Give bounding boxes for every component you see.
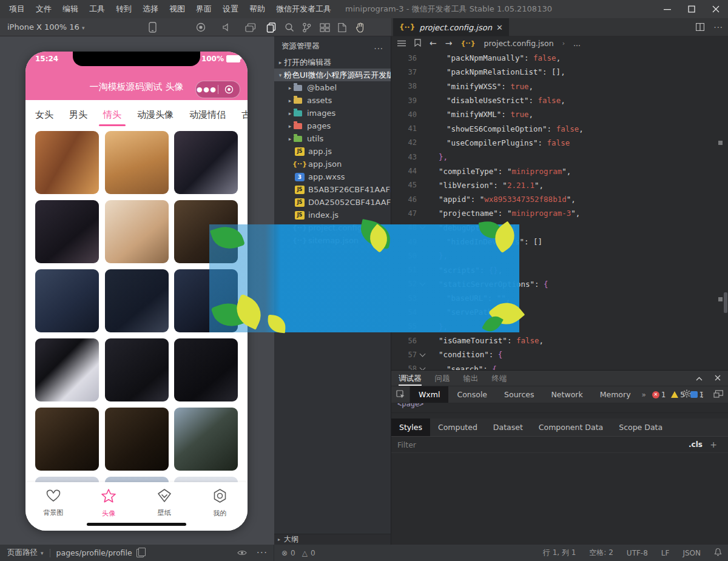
debugger-tab-2[interactable]: 输出 [463, 371, 479, 386]
menu-7[interactable]: 界面 [190, 0, 217, 18]
inspector-tab-styles[interactable]: Styles [391, 418, 430, 436]
category-tab-5[interactable]: 古 [241, 109, 248, 121]
avatar-image[interactable] [105, 200, 169, 263]
tree-folder-babel[interactable]: ▸@babel [274, 81, 391, 94]
code-line-47[interactable]: 47"projectname": "miniprogram-3", [391, 206, 728, 220]
code-line-38[interactable]: 38"minifyWXSS": true, [391, 79, 728, 93]
avatar-image[interactable] [35, 131, 99, 194]
scrollbar-thumb[interactable] [724, 292, 727, 313]
inspect-element-icon[interactable] [391, 386, 410, 403]
menu-2[interactable]: 编辑 [57, 0, 84, 18]
code-line-44[interactable]: 44"compileType": "miniprogram", [391, 164, 728, 178]
category-tab-4[interactable]: 动漫情侣 [189, 109, 226, 121]
inspector-tab-computed[interactable]: Computed [430, 418, 485, 436]
more-actions-icon[interactable]: ··· [714, 23, 723, 32]
avatar-image[interactable] [105, 131, 169, 194]
avatar-image[interactable] [35, 477, 99, 482]
phone-mode-icon[interactable] [146, 21, 159, 34]
search-icon[interactable] [283, 21, 296, 34]
cursor-position[interactable]: 行 1, 列 1 [543, 548, 576, 558]
avatar-image[interactable] [35, 200, 99, 263]
category-tab-2[interactable]: 情头 [103, 109, 121, 121]
promo-overlay[interactable] [209, 224, 519, 332]
page-path-value[interactable]: pages/profile/profile [56, 548, 132, 557]
avatar-image[interactable] [35, 269, 99, 332]
file-explorer-icon[interactable] [265, 21, 278, 34]
fold-chevron-icon[interactable] [417, 364, 429, 370]
indentation[interactable]: 空格: 2 [589, 548, 613, 558]
kebab-menu-icon[interactable]: ⋮ [698, 390, 706, 399]
copy-path-icon[interactable] [136, 549, 144, 557]
debugger-tab-3[interactable]: 终端 [492, 371, 507, 386]
git-branch-icon[interactable] [300, 21, 313, 34]
category-tab-1[interactable]: 男头 [69, 109, 87, 121]
nav-item-1[interactable]: 头像 [87, 488, 130, 518]
close-panel-icon[interactable] [715, 374, 721, 383]
devtools-tab-memory[interactable]: Memory [592, 386, 639, 403]
avatar-image[interactable] [105, 269, 169, 332]
capsule-menu[interactable]: ●●● [195, 81, 240, 98]
menu-4[interactable]: 转到 [110, 0, 137, 18]
problems-summary[interactable]: ⊗0 △0 [281, 549, 315, 557]
forward-icon[interactable]: → [445, 38, 453, 48]
code-line-37[interactable]: 37"packNpmRelationList": [], [391, 65, 728, 79]
page-path-label[interactable]: 页面路径 [7, 548, 38, 558]
eye-icon[interactable] [237, 547, 247, 559]
nav-item-2[interactable]: 壁纸 [143, 488, 186, 517]
avatar-image[interactable] [35, 408, 99, 471]
devtools-tab-console[interactable]: Console [448, 386, 496, 403]
avatar-image[interactable] [174, 477, 238, 482]
close-miniprogram-icon[interactable] [218, 85, 240, 94]
menu-6[interactable]: 视图 [164, 0, 190, 18]
code-line-45[interactable]: 45"libVersion": "2.21.1", [391, 178, 728, 192]
category-tab-3[interactable]: 动漫头像 [137, 109, 174, 121]
avatar-image[interactable] [174, 131, 238, 194]
inspector-tab-dataset[interactable]: Dataset [485, 418, 531, 436]
avatar-image[interactable] [35, 338, 99, 401]
language-mode[interactable]: JSON [682, 549, 701, 557]
layout-icon[interactable] [318, 21, 331, 34]
more-actions-icon[interactable]: ··· [257, 547, 268, 559]
devtools-tab-wxml[interactable]: Wxml [410, 386, 448, 403]
tree-project-root[interactable]: ▾粉色UI微信小程序源码云开发版 [274, 69, 391, 81]
back-icon[interactable]: ← [430, 38, 437, 48]
element-tree-strip[interactable]: <page> [391, 403, 728, 413]
encoding[interactable]: UTF-8 [627, 549, 648, 557]
fold-chevron-icon[interactable] [417, 350, 429, 360]
nav-item-0[interactable]: 背景图 [32, 488, 75, 517]
category-tab-0[interactable]: 女头 [35, 109, 53, 121]
more-tabs-icon[interactable]: » [642, 391, 646, 399]
bookmark-icon[interactable] [414, 38, 421, 49]
tree-open-editors[interactable]: ▸打开的编辑器 [274, 56, 391, 69]
avatar-image[interactable] [105, 338, 169, 401]
menu-0[interactable]: 项目 [4, 0, 30, 18]
code-line-39[interactable]: 39"disableUseStrict": false, [391, 93, 728, 107]
close-button[interactable] [704, 0, 728, 18]
tree-file-1[interactable]: {··}app.json [274, 158, 391, 170]
device-picker[interactable]: iPhone X 100% 16▾ [7, 18, 84, 37]
settings-gear-icon[interactable] [682, 389, 691, 400]
tree-file-2[interactable]: 3app.wxss [274, 170, 391, 183]
avatar-image[interactable] [105, 477, 169, 482]
menu-10[interactable]: 微信开发者工具 [271, 0, 337, 18]
error-badge[interactable]: ✕1 [652, 391, 666, 399]
debugger-tab-1[interactable]: 问题 [435, 371, 450, 386]
inspector-tab-component-data[interactable]: Component Data [531, 418, 611, 436]
code-line-40[interactable]: 40"minifyWXML": true, [391, 107, 728, 121]
filter-input[interactable] [391, 440, 629, 450]
minimize-button[interactable] [655, 0, 679, 18]
outline-section[interactable]: ▸ 大纲 [274, 534, 391, 545]
tree-file-0[interactable]: JSapp.js [274, 145, 391, 158]
menu-5[interactable]: 选择 [137, 0, 164, 18]
tree-file-4[interactable]: JSD0A25052CBF41AAFB6... [274, 196, 391, 209]
multi-window-icon[interactable] [244, 21, 257, 34]
cls-toggle[interactable]: .cls [689, 440, 703, 449]
code-line-42[interactable]: 42"useCompilerPlugins": false [391, 136, 728, 150]
maximize-button[interactable] [679, 0, 704, 18]
devtools-tab-sources[interactable]: Sources [496, 386, 542, 403]
bell-icon[interactable] [714, 548, 722, 558]
undock-icon[interactable] [713, 389, 723, 400]
record-icon[interactable] [194, 21, 207, 34]
tab-project-config-json[interactable]: {··} project.config.json ✕ [393, 18, 509, 36]
menu-9[interactable]: 帮助 [244, 0, 271, 18]
